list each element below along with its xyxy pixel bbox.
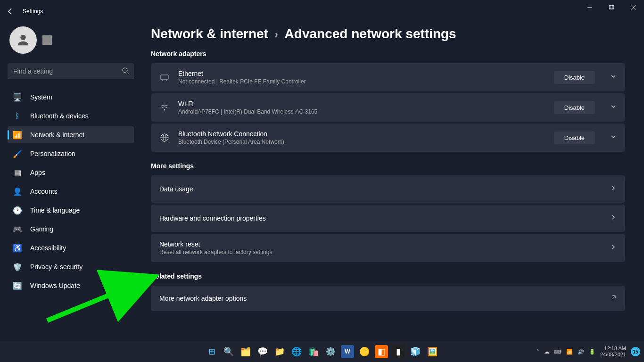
nav-network[interactable]: 📶Network & internet: [8, 126, 134, 143]
adapter-title: Bluetooth Network Connection: [178, 130, 545, 138]
adapter-sub: Not connected | Realtek PCIe FE Family C…: [178, 78, 545, 85]
search-icon: [122, 67, 129, 76]
maximize-button[interactable]: [601, 0, 622, 15]
adapter-sub: Bluetooth Device (Personal Area Network): [178, 139, 545, 145]
nav-label: Bluetooth & devices: [30, 112, 89, 120]
brush-icon: 🖌️: [13, 149, 22, 158]
taskbar-chrome-icon[interactable]: 🟡: [358, 345, 371, 358]
taskbar-word-icon[interactable]: W: [341, 345, 354, 358]
setting-title: Hardware and connection properties: [159, 214, 595, 222]
taskbar-chat-icon[interactable]: 💬: [256, 345, 269, 358]
taskbar-settings-icon[interactable]: ⚙️: [324, 345, 337, 358]
taskbar-app-icon[interactable]: ◧: [375, 345, 388, 358]
taskbar: ⊞ 🔍 🗂️ 💬 📁 🌐 🛍️ ⚙️ W 🟡 ◧ ▮ 🧊 🖼️ ˄ ☁ ⌨ 📶 …: [0, 341, 644, 362]
wifi-icon: 📶: [13, 131, 22, 139]
adapter-sub: AndroidAP78FC | Intel(R) Dual Band Wirel…: [178, 108, 545, 115]
setting-title: Data usage: [159, 185, 595, 193]
nav-accessibility[interactable]: ♿Accessibility: [8, 239, 134, 256]
nav-accounts[interactable]: 👤Accounts: [8, 183, 134, 200]
disable-button[interactable]: Disable: [554, 101, 595, 114]
nav: 🖥️System ᛒBluetooth & devices 📶Network &…: [8, 89, 134, 294]
nav-label: Accounts: [30, 188, 58, 195]
adapter-title: Ethernet: [178, 70, 545, 77]
tray-chevron-icon[interactable]: ˄: [537, 349, 539, 355]
wifi-icon: [159, 103, 170, 112]
breadcrumb-parent[interactable]: Network & internet: [151, 26, 268, 41]
titlebar: Settings: [0, 0, 644, 23]
nav-update[interactable]: 🔄Windows Update: [8, 277, 134, 294]
search-input[interactable]: [8, 63, 134, 79]
taskbar-app3-icon[interactable]: 🧊: [409, 345, 422, 358]
taskbar-taskview-icon[interactable]: 🗂️: [239, 345, 252, 358]
search-box: [8, 63, 134, 79]
breadcrumb: Network & internet › Advanced network se…: [151, 26, 625, 41]
adapter-bluetooth[interactable]: Bluetooth Network Connection Bluetooth D…: [151, 123, 625, 152]
gamepad-icon: 🎮: [13, 225, 22, 233]
nav-personalization[interactable]: 🖌️Personalization: [8, 145, 134, 162]
user-area[interactable]: [8, 26, 134, 54]
nav-label: Accessibility: [30, 244, 66, 252]
chevron-down-icon[interactable]: [610, 133, 617, 142]
close-button[interactable]: [622, 0, 644, 15]
svg-rect-1: [609, 5, 613, 9]
adapter-wifi[interactable]: Wi-Fi AndroidAP78FC | Intel(R) Dual Band…: [151, 93, 625, 122]
chevron-right-icon: ›: [275, 29, 278, 40]
nav-label: System: [30, 93, 52, 101]
tray-wifi-icon[interactable]: 📶: [566, 349, 573, 355]
nav-privacy[interactable]: 🛡️Privacy & security: [8, 258, 134, 275]
adapter-ethernet[interactable]: Ethernet Not connected | Realtek PCIe FE…: [151, 63, 625, 91]
tray-clock[interactable]: 12:18 AM 24/08/2021: [600, 346, 626, 358]
section-adapters-label: Network adapters: [151, 50, 625, 58]
svg-line-7: [127, 72, 129, 74]
disable-button[interactable]: Disable: [554, 71, 595, 84]
minimize-button[interactable]: [579, 0, 601, 15]
nav-label: Privacy & security: [30, 263, 83, 271]
tray-volume-icon[interactable]: 🔊: [578, 349, 584, 355]
tray-date: 24/08/2021: [600, 352, 626, 358]
chevron-down-icon[interactable]: [610, 73, 617, 82]
nav-time[interactable]: 🕐Time & language: [8, 202, 134, 219]
nav-apps[interactable]: ▦Apps: [8, 164, 134, 181]
notification-badge[interactable]: 15: [631, 347, 640, 356]
back-button[interactable]: [6, 7, 15, 16]
chevron-down-icon[interactable]: [610, 103, 617, 112]
svg-point-5: [20, 35, 25, 40]
nav-gaming[interactable]: 🎮Gaming: [8, 221, 134, 238]
disable-button[interactable]: Disable: [554, 132, 595, 144]
section-more-label: More settings: [151, 162, 625, 170]
related-more-adapter-options[interactable]: More network adapter options: [151, 286, 625, 311]
svg-rect-2: [610, 5, 614, 9]
setting-title: More network adapter options: [159, 295, 595, 302]
tray-keyboard-icon[interactable]: ⌨: [554, 349, 561, 355]
taskbar-app4-icon[interactable]: 🖼️: [426, 345, 439, 358]
apps-icon: ▦: [13, 168, 22, 177]
tray-onedrive-icon[interactable]: ☁: [544, 349, 549, 355]
nav-label: Personalization: [30, 150, 75, 157]
sidebar: 🖥️System ᛒBluetooth & devices 📶Network &…: [0, 23, 141, 298]
svg-point-6: [123, 68, 127, 73]
tray-battery-icon[interactable]: 🔋: [589, 349, 595, 355]
adapter-title: Wi-Fi: [178, 100, 545, 107]
section-related-label: Related settings: [151, 272, 625, 280]
chevron-right-icon: [610, 214, 617, 222]
more-hardware-properties[interactable]: Hardware and connection properties: [151, 205, 625, 232]
start-button[interactable]: ⊞: [205, 345, 218, 358]
nav-system[interactable]: 🖥️System: [8, 89, 134, 106]
more-data-usage[interactable]: Data usage: [151, 175, 625, 203]
taskbar-app2-icon[interactable]: ▮: [392, 345, 405, 358]
svg-rect-8: [161, 75, 168, 80]
setting-sub: Reset all network adapters to factory se…: [159, 249, 595, 255]
taskbar-explorer-icon[interactable]: 📁: [273, 345, 286, 358]
system-tray[interactable]: ˄ ☁ ⌨ 📶 🔊 🔋 12:18 AM 24/08/2021 15: [537, 346, 640, 358]
taskbar-edge-icon[interactable]: 🌐: [290, 345, 303, 358]
globe-icon: [159, 133, 170, 142]
taskbar-store-icon[interactable]: 🛍️: [307, 345, 320, 358]
nav-bluetooth[interactable]: ᛒBluetooth & devices: [8, 107, 134, 124]
clock-icon: 🕐: [13, 206, 22, 214]
taskbar-search-icon[interactable]: 🔍: [222, 345, 235, 358]
more-network-reset[interactable]: Network reset Reset all network adapters…: [151, 234, 625, 262]
avatar: [9, 26, 37, 54]
user-name-placeholder: [42, 35, 52, 45]
window-title: Settings: [23, 8, 43, 15]
display-icon: 🖥️: [13, 93, 22, 101]
